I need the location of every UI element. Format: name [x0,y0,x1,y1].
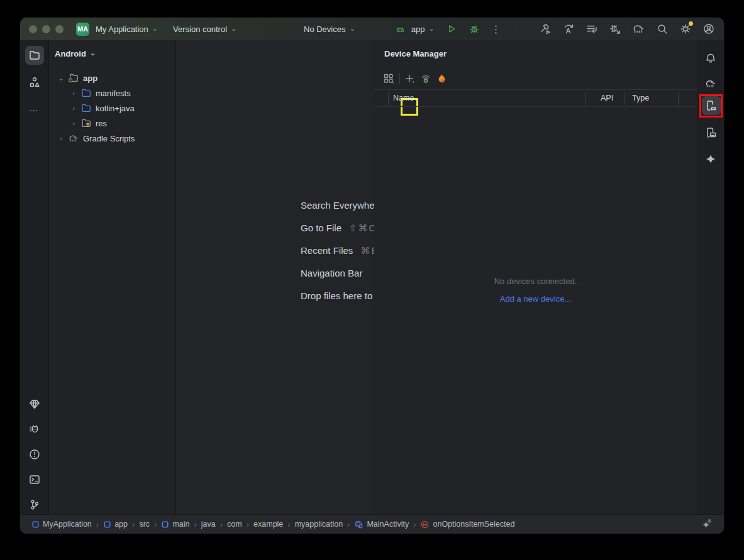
version-control-menu[interactable]: Version control ⌄ [173,25,236,34]
tree-row-manifests[interactable]: › manifests [49,85,175,101]
no-devices-message: No devices connected. [374,277,697,286]
breadcrumb-item[interactable]: main [161,520,189,529]
column-header-name[interactable]: Name [393,94,414,102]
editor-empty-state: Search Everywhere Go to File⇧⌘O Recent F… [176,40,374,514]
expander-icon[interactable]: › [70,89,77,97]
tree-label: kotlin+java [96,104,135,113]
ai-sparkle-disabled-icon[interactable] [701,519,713,530]
gradle-sync-icon[interactable] [632,23,645,35]
tree-row-app[interactable]: ⌄ app [49,70,175,85]
project-panel: Android ⌄ ⌄ app › manifests › kotlin+jav… [49,40,176,514]
breadcrumb-item[interactable]: onOptionsItemSelected [420,520,514,529]
project-selector[interactable]: My Application ⌄ [96,25,158,34]
problems-tool-button[interactable] [25,445,44,464]
device-manager-title: Device Manager [384,49,447,58]
settings-gear-icon[interactable] [679,23,692,35]
chevron-down-icon: ⌄ [90,49,96,57]
terminal-tool-button[interactable] [25,470,44,489]
breadcrumb-item[interactable]: app [103,520,128,529]
breadcrumb-item[interactable]: myapplication [295,520,343,529]
tree-row-gradle-scripts[interactable]: › Gradle Scripts [49,131,175,146]
project-view-selector[interactable]: Android ⌄ [55,49,96,58]
tree-label: app [83,74,97,83]
red-annotation-box [699,94,723,118]
run-configuration-selector[interactable]: app ⌄ [411,25,435,34]
kebab-menu-icon: ⋮ [491,23,501,35]
gradle-tool-button[interactable] [701,74,720,93]
tree-label: res [96,119,107,128]
device-table-header: Name API Type [374,89,697,107]
pair-devices-wifi-button[interactable] [419,72,432,85]
device-manager-header: Device Manager [374,40,697,67]
tree-label: Gradle Scripts [83,134,135,143]
device-manager-panel: Device Manager Name API Type [374,40,697,514]
device-selector-label: No Devices [304,25,345,34]
titlebar: MA My Application ⌄ Version control ⌄ No… [20,18,724,40]
kotlin-class-icon [354,520,364,529]
run-button[interactable] [446,23,457,35]
add-device-button[interactable] [403,72,416,85]
version-control-label: Version control [173,25,227,34]
firebase-device-streaming-button[interactable] [435,72,448,85]
debug-button[interactable] [469,23,480,35]
more-tool-windows-button[interactable]: … [25,98,44,117]
column-header-api[interactable]: API [601,94,613,102]
window-controls[interactable] [29,25,64,33]
android-module-folder-icon [68,72,79,84]
expander-icon[interactable]: › [58,135,64,142]
status-bar: MyApplication › app › src › main › java … [20,514,724,534]
shortcut-search-everywhere: Search Everywhere [301,200,374,211]
breadcrumb-item[interactable]: com [227,520,242,529]
module-icon [103,520,111,529]
zoom-window-button[interactable] [55,25,64,33]
apply-changes-icon[interactable] [562,23,575,35]
close-window-button[interactable] [29,25,37,33]
more-actions-button[interactable]: ⋮ [491,23,501,35]
app-quality-insights-button[interactable] [25,395,44,414]
chevron-down-icon: ⌄ [152,25,158,33]
expander-icon[interactable]: ⌄ [58,74,64,82]
expander-icon[interactable]: › [70,104,77,112]
column-header-type[interactable]: Type [632,94,649,102]
gemini-ai-tool-button[interactable] [701,150,720,168]
chevron-down-icon: ⌄ [428,25,434,33]
add-new-device-link[interactable]: Add a new device... [374,294,697,304]
apply-code-changes-icon[interactable] [586,23,598,35]
tree-row-res[interactable]: › res [49,116,175,131]
project-tree: ⌄ app › manifests › kotlin+java › res › [49,70,175,146]
breadcrumb-item[interactable]: MyApplication [31,520,92,529]
expander-icon[interactable]: › [70,119,77,127]
running-devices-tool-button[interactable] [701,123,720,142]
attach-debugger-icon[interactable] [609,23,621,35]
device-grid-view-button[interactable] [382,72,395,85]
chevron-down-icon: ⌄ [349,25,355,33]
device-selector[interactable]: No Devices ⌄ [304,25,355,34]
breadcrumb-item[interactable]: MainActivity [354,520,409,529]
breadcrumb-item[interactable]: src [139,520,150,529]
blue-folder-icon [81,87,92,99]
device-manager-toolbar [374,68,697,89]
logcat-tool-button[interactable] [25,420,44,439]
breadcrumb-item[interactable]: java [201,520,216,529]
shortcut-navigation-bar: Navigation Bar [301,268,370,278]
account-icon[interactable] [702,23,715,35]
run-config-label: app [411,25,425,34]
tree-row-kotlin-java[interactable]: › kotlin+java [49,101,175,116]
notifications-bell-button[interactable] [701,49,720,68]
search-icon[interactable] [656,23,669,35]
project-view-label: Android [55,49,86,58]
structure-tool-button[interactable] [25,73,44,92]
minimize-window-button[interactable] [42,25,50,33]
ide-window: MA My Application ⌄ Version control ⌄ No… [20,18,724,534]
breadcrumb: MyApplication › app › src › main › java … [31,520,514,529]
resource-folder-icon [81,118,92,129]
project-name: My Application [96,25,148,34]
build-run-icon[interactable] [539,23,552,35]
version-control-tool-button[interactable] [25,495,44,514]
project-tool-button[interactable] [25,46,44,65]
shortcut-recent-files: Recent Files⌘E [301,245,374,256]
breadcrumb-item[interactable]: example [253,520,283,529]
gradle-elephant-icon [68,133,79,144]
project-badge: MA [76,23,89,36]
module-icon [31,520,40,529]
